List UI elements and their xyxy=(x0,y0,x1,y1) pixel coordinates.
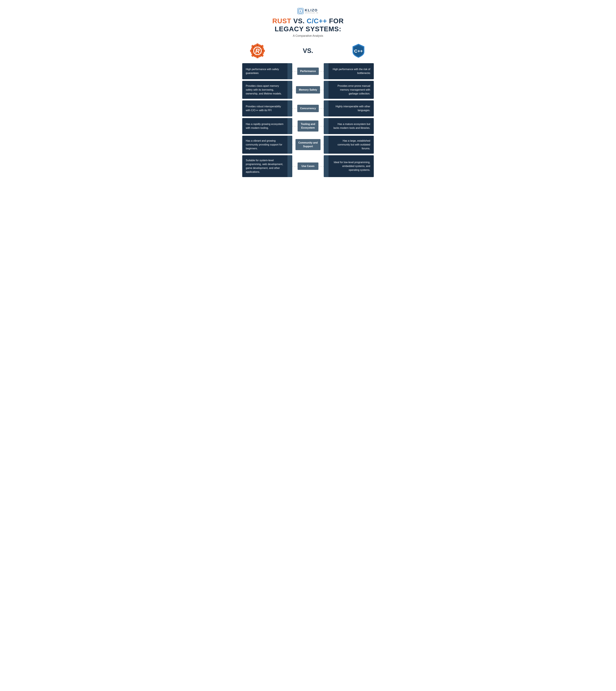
left-connector-3 xyxy=(287,118,292,134)
comparison-row-3: Has a rapidly growing ecosystem with mod… xyxy=(242,118,374,134)
left-cell-3: Has a rapidly growing ecosystem with mod… xyxy=(242,118,292,134)
left-cell-1: Provides class-apart memory safety with … xyxy=(242,81,292,99)
right-connector-0 xyxy=(324,63,329,79)
main-title: RUST VS. C/C++ FOR LEGACY SYSTEMS: xyxy=(242,17,374,33)
right-text-0: High performance with the risk of bottle… xyxy=(329,63,374,79)
svg-text:R: R xyxy=(255,48,260,54)
vs-row: R VS. C++ xyxy=(242,42,374,60)
vs-label: VS. xyxy=(303,47,313,54)
logo-area: K KLIZO solutions pvt. ltd. xyxy=(242,8,374,14)
center-cell-1: Memory Safety xyxy=(292,81,324,99)
comparison-row-1: Provides class-apart memory safety with … xyxy=(242,81,374,99)
left-connector-0 xyxy=(287,63,292,79)
svg-point-19 xyxy=(261,46,262,48)
comparison-row-4: Has a vibrant and growing community prov… xyxy=(242,136,374,154)
svg-point-17 xyxy=(262,50,263,51)
title-vs: VS. xyxy=(291,17,307,25)
right-cell-2: Highly interoperable with other language… xyxy=(324,101,374,116)
company-name: KLIZO xyxy=(305,8,318,12)
svg-point-21 xyxy=(261,54,262,55)
right-connector-4 xyxy=(324,136,329,154)
title-rust: RUST xyxy=(272,17,291,25)
comparison-row-5: Suitable for system-level programming, w… xyxy=(242,155,374,177)
left-text-1: Provides class-apart memory safety with … xyxy=(242,81,287,99)
left-connector-4 xyxy=(287,136,292,154)
left-text-2: Provides robust interoperability with C/… xyxy=(242,101,287,116)
right-cell-5: Ideal for low-level programming, embedde… xyxy=(324,155,374,177)
svg-point-15 xyxy=(257,55,258,57)
comparison-row-2: Provides robust interoperability with C/… xyxy=(242,101,374,116)
svg-point-14 xyxy=(257,45,258,46)
klizo-logo-icon: K xyxy=(298,8,304,14)
title-legacy: LEGACY SYSTEMS: xyxy=(242,25,374,33)
logo-box: K KLIZO solutions pvt. ltd. xyxy=(298,8,318,14)
left-cell-0: High performance with safety guarantees xyxy=(242,63,292,79)
right-connector-2 xyxy=(324,101,329,116)
center-label-4: Community andSupport xyxy=(295,139,321,150)
subtitle: A Comparative Analysis xyxy=(242,34,374,38)
center-label-2: Concurrency xyxy=(297,105,319,112)
left-cell-4: Has a vibrant and growing community prov… xyxy=(242,136,292,154)
rust-logo: R xyxy=(249,42,266,60)
center-cell-2: Concurrency xyxy=(292,101,324,116)
center-label-5: Use Cases xyxy=(298,162,318,170)
right-text-2: Highly interoperable with other language… xyxy=(329,101,374,116)
right-text-5: Ideal for low-level programming, embedde… xyxy=(329,155,374,177)
right-text-4: Has a large, established community but w… xyxy=(329,136,374,154)
logo-text: KLIZO solutions pvt. ltd. xyxy=(305,8,318,14)
left-connector-1 xyxy=(287,81,292,99)
svg-text:K: K xyxy=(300,10,301,13)
comparison-section: High performance with safety guarantees … xyxy=(242,63,374,177)
company-tagline: solutions pvt. ltd. xyxy=(305,12,318,14)
svg-point-18 xyxy=(253,46,254,48)
left-text-4: Has a vibrant and growing community prov… xyxy=(242,136,287,154)
right-connector-5 xyxy=(324,155,329,177)
center-cell-5: Use Cases xyxy=(292,155,324,177)
right-cell-1: Provides error-prone manual memory manag… xyxy=(324,81,374,99)
center-cell-3: Tooling andEcosystem xyxy=(292,118,324,134)
left-cell-5: Suitable for system-level programming, w… xyxy=(242,155,292,177)
svg-point-20 xyxy=(253,54,254,55)
left-text-0: High performance with safety guarantees xyxy=(242,63,287,79)
center-cell-4: Community andSupport xyxy=(292,136,324,154)
center-label-3: Tooling andEcosystem xyxy=(298,120,318,132)
left-text-3: Has a rapidly growing ecosystem with mod… xyxy=(242,118,287,134)
title-for: FOR xyxy=(327,17,344,25)
page-wrapper: K KLIZO solutions pvt. ltd. RUST VS. C/C… xyxy=(236,3,380,187)
title-cpp: C/C++ xyxy=(307,17,327,25)
center-label-0: Performance xyxy=(297,68,319,75)
left-connector-5 xyxy=(287,155,292,177)
center-label-1: Memory Safety xyxy=(296,86,320,93)
svg-text:C++: C++ xyxy=(354,48,363,53)
left-connector-2 xyxy=(287,101,292,116)
right-cell-3: Has a mature ecosystem but lacks modern … xyxy=(324,118,374,134)
left-text-5: Suitable for system-level programming, w… xyxy=(242,155,287,177)
center-cell-0: Performance xyxy=(292,63,324,79)
right-cell-0: High performance with the risk of bottle… xyxy=(324,63,374,79)
title-area: RUST VS. C/C++ FOR LEGACY SYSTEMS: A Com… xyxy=(242,17,374,38)
right-cell-4: Has a large, established community but w… xyxy=(324,136,374,154)
left-cell-2: Provides robust interoperability with C/… xyxy=(242,101,292,116)
right-connector-1 xyxy=(324,81,329,99)
comparison-row-0: High performance with safety guarantees … xyxy=(242,63,374,79)
right-text-3: Has a mature ecosystem but lacks modern … xyxy=(329,118,374,134)
right-text-1: Provides error-prone manual memory manag… xyxy=(329,81,374,99)
cpp-logo: C++ xyxy=(350,42,367,60)
svg-point-16 xyxy=(252,50,253,51)
right-connector-3 xyxy=(324,118,329,134)
